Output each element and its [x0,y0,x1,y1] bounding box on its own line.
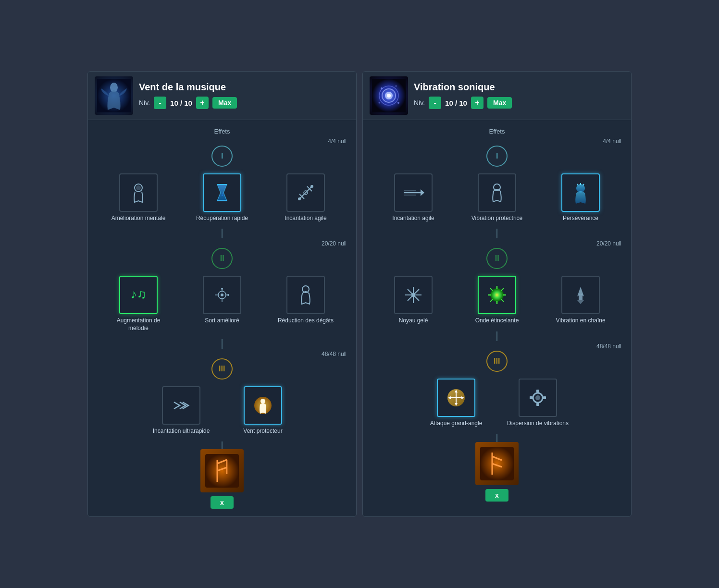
panel2-tier1-badge: I [482,141,512,171]
panel2-effets-label: Effets [372,128,621,135]
panel2-tier3-meta: 48/48 null [372,343,621,350]
svg-point-37 [397,102,399,104]
panel2-rune-section: x [372,434,621,502]
panel1-tier2-count: 20/20 null [322,240,347,247]
panel2-connector-1-2 [496,229,497,238]
panel1-skill-incantation-ultra-box[interactable] [162,386,200,425]
panel1-skill-incantation-ultra: Incantation ultrarapide [150,386,212,435]
panel2-title: Vibration sonique [414,82,624,93]
panel1-tier1-block: 4/4 null I [98,138,347,222]
panel1-tier3-meta: 48/48 null [98,351,347,357]
panel2-skill-perseverance-box[interactable] [561,173,600,212]
panel1-tier2-block: 20/20 null II ♪♫ Augmentation de mé [98,240,347,332]
panel1-rune-section: x [98,441,347,509]
panel2-level-label: Niv. [414,99,425,107]
panel1-skill-incantation-ultra-name: Incantation ultrarapide [153,428,210,435]
panel1-skill-recuperation-box[interactable]: ↓ [203,173,241,212]
panel2-tier3-count: 48/48 null [596,343,621,350]
svg-rect-78 [480,447,514,480]
panel1-skill-recuperation: ↓ Récupération rapide [191,173,253,222]
panel2-header: Vibration sonique Niv. - 10 / 10 + Max [363,72,631,120]
svg-point-38 [379,102,380,103]
svg-point-36 [396,85,397,86]
svg-point-52 [411,293,415,297]
panel1-skill-incantation-agile-box[interactable] [286,173,325,212]
panel1-max-btn[interactable]: Max [212,97,237,109]
svg-line-47 [583,184,584,185]
svg-rect-75 [536,403,539,406]
panel2-skill-noyau-gele-box[interactable] [394,276,433,314]
panel2-skill-attaque-grand-angle-name: Attaque grand-angle [430,420,483,428]
panel1-minus-btn[interactable]: - [154,97,166,109]
panel1-x-btn[interactable]: x [211,496,234,509]
panel2-minus-btn[interactable]: - [429,97,441,109]
panel1-rune-box[interactable] [200,449,244,492]
panel2-skill-incantation-agile-box[interactable] [394,173,433,212]
svg-rect-74 [536,390,539,392]
panel1-skill-recuperation-name: Récupération rapide [196,215,248,222]
panel2-icon [370,76,408,115]
svg-rect-76 [530,396,533,399]
panel2-skill-dispersion-box[interactable] [519,379,557,417]
panel1-skill-reduction: Réduction des dégâts [274,276,337,325]
svg-text:♪♫: ♪♫ [131,287,147,301]
panel2-plus-btn[interactable]: + [471,97,483,109]
panel2-tree: Effets 4/4 null I [363,120,631,502]
panel1-skill-sort-ameliore-name: Sort amélioré [205,317,239,325]
panel2-tier2-count: 20/20 null [596,240,621,247]
panel1-skill-sort-ameliore-box[interactable] [203,276,241,314]
panel2-rune-box[interactable] [475,442,519,485]
panel2-skill-onde-etincelante-name: Onde étincelante [475,317,519,325]
panel1-level-label: Niv. [139,99,150,107]
panel1-icon [95,76,133,115]
main-container: Vent de la musique Niv. - 10 / 10 + Max … [87,71,632,517]
panel1-skill-vent-protecteur: Vent protecteur [232,386,294,435]
panel2-skill-dispersion: Dispersion de vibrations [507,379,569,428]
panel1-rune-connector [222,441,223,449]
panel1-level-row: Niv. - 10 / 10 + Max [139,97,349,109]
panel2-skill-noyau-gele: Noyau gelé [382,276,445,325]
panel1-skill-augmentation-box[interactable]: ♪♫ [119,276,158,314]
panel2-tier3-skills: Attaque grand-angle [372,379,621,428]
panel1-title: Vent de la musique [139,82,349,93]
panel1-skill-reduction-name: Réduction des dégâts [278,317,334,325]
panel1-skill-sort-ameliore: Sort amélioré [191,276,253,325]
panel2-skill-attaque-grand-angle-box[interactable] [437,379,475,417]
panel2-skill-incantation-agile-name: Incantation agile [392,215,434,222]
svg-line-7 [299,186,312,199]
svg-point-19 [221,294,223,296]
panel1-level-display: 10 / 10 [170,99,192,107]
svg-point-34 [387,94,391,98]
panel1-connector-1-2 [222,229,223,238]
panel1-skill-amelioration-box[interactable] [119,173,158,212]
panel2-tier3-block: 48/48 null III [372,343,621,428]
panel2-tier2-badge: II [482,244,512,273]
panel1-tier2-meta: 20/20 null [98,240,347,247]
panel1-tier1-badge: I [207,141,237,171]
panel2-skill-vibration-protectrice-box[interactable] [478,173,516,212]
panel2-skill-vibration-protectrice-name: Vibration protectrice [471,215,523,222]
panel2-skill-vibration-chaine-box[interactable] [561,276,600,314]
svg-point-24 [260,399,265,404]
svg-rect-77 [543,396,546,399]
panel2-x-btn[interactable]: x [485,489,508,502]
svg-line-46 [577,184,578,185]
panel1-skill-reduction-box[interactable] [286,276,325,314]
panel2-tier2-meta: 20/20 null [372,240,621,247]
panel1-skill-augmentation: ♪♫ Augmentation de mélodie [107,276,170,332]
panel1-tier3-badge: III [207,354,237,383]
panel1-tier1-meta: 4/4 null [98,138,347,145]
panel2-skill-perseverance-name: Persévérance [563,215,598,222]
panel2-max-btn[interactable]: Max [487,97,512,109]
panel1-skill-vent-protecteur-box[interactable] [244,386,282,425]
panel1-skill-augmentation-name: Augmentation de mélodie [107,317,170,332]
panel2-skill-onde-etincelante-box[interactable] [478,276,516,314]
panel1-tier2-skills: ♪♫ Augmentation de mélodie [98,276,347,332]
panel1-header-info: Vent de la musique Niv. - 10 / 10 + Max [139,82,349,109]
panel2-skill-attaque-grand-angle: Attaque grand-angle [425,379,487,428]
panel1-skill-incantation-agile-name: Incantation agile [285,215,326,222]
panel1-plus-btn[interactable]: + [196,97,209,109]
panel1-skill-incantation-agile: Incantation agile [274,173,337,222]
panel1-header: Vent de la musique Niv. - 10 / 10 + Max [88,72,356,120]
panel2-tier2-block: 20/20 null II [372,240,621,325]
